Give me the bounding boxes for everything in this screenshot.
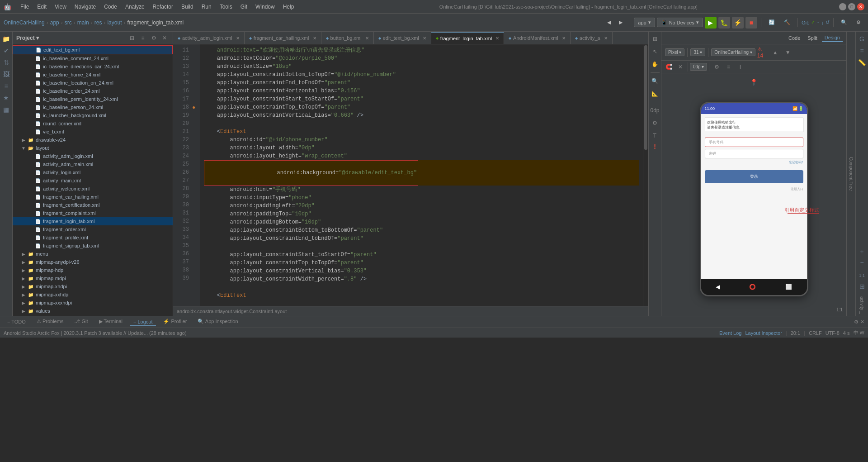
- tree-item[interactable]: 📄edit_text_bg.xml: [13, 45, 173, 54]
- tab-close-btn-5[interactable]: ✕: [495, 36, 499, 41]
- device-selector[interactable]: 📱 No Devices ▾: [657, 18, 703, 27]
- breadcrumb-item-3[interactable]: main: [77, 19, 89, 26]
- pixel-dropdown[interactable]: Pixel ▾: [665, 48, 684, 56]
- tab-activity-a[interactable]: ◆ activity_a ✕: [571, 32, 613, 44]
- event-log-link[interactable]: Event Log: [719, 330, 742, 336]
- tree-item[interactable]: 📄vie_b.xml: [13, 128, 173, 136]
- tree-item[interactable]: 📄ic_baseline_perm_identity_24.xml: [13, 95, 173, 103]
- code-editor[interactable]: 1112131415 1617181920 2122232425 2627282…: [173, 44, 648, 316]
- app-config-selector[interactable]: app ▾: [634, 18, 655, 27]
- password-input[interactable]: 密码: [705, 149, 803, 158]
- palette-icon-1[interactable]: ⊞: [650, 33, 660, 44]
- tree-item[interactable]: ▼📂layout: [13, 144, 173, 152]
- build-button[interactable]: 🔨: [780, 16, 794, 29]
- tree-item[interactable]: 📄fragment_certification.xml: [13, 201, 173, 209]
- tree-item[interactable]: ▶📁mipmap-mdpi: [13, 274, 173, 282]
- tree-item[interactable]: ▶📁mipmap-xxxhdpi: [13, 299, 173, 307]
- breadcrumb-item-0[interactable]: OnlineCarHailing: [4, 19, 45, 26]
- zoom-dropdown[interactable]: 31 ▾: [690, 48, 705, 56]
- palette-icon-3[interactable]: ✋: [650, 59, 660, 70]
- menu-view[interactable]: View: [51, 3, 70, 11]
- encoding-indicator[interactable]: UTF-8: [826, 330, 840, 336]
- tab-code[interactable]: Code: [786, 34, 803, 42]
- sidebar-right-attr[interactable]: ≡: [857, 45, 868, 56]
- dt-arrow-down[interactable]: ▼: [783, 47, 793, 58]
- tree-item[interactable]: ▶📁mipmap-xhdpi: [13, 282, 173, 291]
- tree-item[interactable]: 📄ic_baseline_person_24.xml: [13, 103, 173, 111]
- tab-close-btn-2[interactable]: ✕: [313, 36, 316, 41]
- sidebar-right-gradle[interactable]: G: [857, 33, 868, 44]
- menu-build[interactable]: Build: [178, 3, 197, 11]
- search-button[interactable]: 🔍: [837, 16, 851, 29]
- tree-item[interactable]: 📄fragment_complaint.xml: [13, 209, 173, 217]
- dt-font[interactable]: ⚙: [711, 62, 722, 72]
- sidebar-right-zoom-out[interactable]: −: [857, 257, 868, 268]
- forgot-password-link[interactable]: 忘记密码?: [705, 160, 803, 165]
- tab-close-btn-3[interactable]: ✕: [365, 36, 369, 41]
- crlf-indicator[interactable]: CRLF: [809, 330, 822, 336]
- menu-window[interactable]: Window: [252, 3, 278, 11]
- tree-item[interactable]: 📄activity_welcome.xml: [13, 185, 173, 193]
- palette-icon-7[interactable]: ⚙: [650, 118, 660, 129]
- tree-item[interactable]: 📄activity_adm_login.xml: [13, 152, 173, 160]
- breadcrumb-item-5[interactable]: layout: [107, 19, 122, 26]
- run-button[interactable]: ▶: [705, 17, 717, 29]
- menu-analyze[interactable]: Analyze: [122, 3, 148, 11]
- layout-inspector-link[interactable]: Layout Inspector: [745, 330, 782, 336]
- login-button[interactable]: 登录: [705, 170, 803, 183]
- logcat-tab-problems[interactable]: ⚠ Problems: [33, 318, 67, 326]
- menu-tools[interactable]: Tools: [216, 3, 236, 11]
- breadcrumb-item-4[interactable]: res: [94, 19, 102, 26]
- sidebar-icon-build[interactable]: ▦: [1, 104, 12, 115]
- tab-fragment-login-tab[interactable]: ◆ fragment_login_tab.xml ✕: [431, 32, 504, 44]
- dp-dropdown[interactable]: 0dp ▾: [690, 63, 707, 71]
- maximize-button[interactable]: □: [848, 3, 855, 10]
- sidebar-icon-resource[interactable]: 🖼: [1, 69, 12, 80]
- tree-settings-btn[interactable]: ⚙: [149, 33, 158, 43]
- sidebar-right-expand[interactable]: ⊞: [857, 281, 868, 292]
- logcat-close-icon[interactable]: ✕: [860, 319, 864, 325]
- tab-activity-adm-login[interactable]: ◆ activity_adm_login.xml ✕: [173, 32, 245, 44]
- sidebar-icon-favorites[interactable]: ★: [1, 92, 12, 103]
- phone-input[interactable]: 手机号码: [705, 138, 803, 147]
- sidebar-right-zoom-in[interactable]: +: [857, 246, 868, 257]
- tree-item[interactable]: 📄activity_adm_main.xml: [13, 160, 173, 168]
- tree-item[interactable]: 📄activity_login.xml: [13, 168, 173, 176]
- stop-button[interactable]: ■: [745, 17, 757, 29]
- project-dropdown[interactable]: OnlineCarHailing ▾: [711, 48, 755, 56]
- component-tree-sidebar[interactable]: Component Tree: [846, 32, 855, 316]
- tree-item[interactable]: 📄ic_baseline_directions_car_24.xml: [13, 62, 173, 71]
- tree-item[interactable]: 📄ic_launcher_background.xml: [13, 111, 173, 119]
- logcat-tab-logcat[interactable]: ≡ Logcat: [130, 318, 156, 326]
- tree-expand-btn[interactable]: ≡: [138, 33, 147, 43]
- sidebar-icon-structure[interactable]: ≡: [1, 81, 12, 91]
- tab-close-btn-7[interactable]: ✕: [604, 36, 608, 41]
- dt-arrow-up[interactable]: ▲: [770, 47, 781, 58]
- logcat-tab-todo[interactable]: ≡ TODO: [4, 318, 29, 326]
- sidebar-icon-project[interactable]: 📁: [1, 33, 12, 44]
- tree-item[interactable]: 📄ic_baseline_comment_24.xml: [13, 54, 173, 62]
- indent-indicator[interactable]: 4 s: [843, 330, 850, 336]
- dt-align[interactable]: ≡: [723, 62, 734, 72]
- tab-close-btn-4[interactable]: ✕: [423, 36, 426, 41]
- tree-item[interactable]: ▶📁values: [13, 307, 173, 315]
- palette-icon-2[interactable]: ↖: [650, 46, 660, 57]
- tree-item[interactable]: ▶📁menu: [13, 250, 173, 258]
- sync-button[interactable]: 🔄: [765, 16, 778, 29]
- register-link[interactable]: 注册入口: [705, 187, 803, 191]
- dt-cursor[interactable]: I: [735, 62, 745, 72]
- nav-back-button[interactable]: ◀: [604, 16, 614, 29]
- menu-file[interactable]: File: [17, 3, 33, 11]
- profile-button[interactable]: ⚡: [732, 17, 744, 29]
- dt-clear[interactable]: ✕: [675, 62, 686, 72]
- menu-run[interactable]: Run: [198, 3, 215, 11]
- tree-close-btn[interactable]: ✕: [160, 33, 169, 43]
- tree-item[interactable]: 📄ic_baseline_location_on_24.xml: [13, 79, 173, 87]
- menu-git[interactable]: Git: [237, 3, 251, 11]
- palette-icon-6[interactable]: 0dp: [650, 105, 660, 116]
- code-vscrollbar[interactable]: [643, 44, 648, 306]
- tree-item[interactable]: 📄ic_baseline_home_24.xml: [13, 71, 173, 79]
- tab-androidmanifest[interactable]: ◆ AndroidManifest.xml ✕: [504, 32, 571, 44]
- tree-collapse-btn[interactable]: ⊟: [127, 33, 137, 43]
- sidebar-icon-pullrequest[interactable]: ⇅: [1, 57, 12, 68]
